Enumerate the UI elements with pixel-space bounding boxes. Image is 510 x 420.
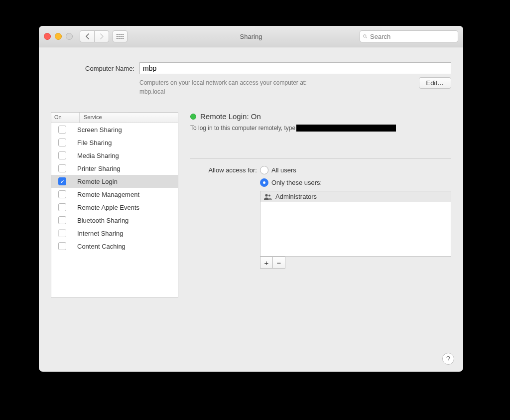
user-label: Administrators [275,193,317,200]
radio-all-label: All users [271,166,296,174]
service-row[interactable]: Content Caching [51,240,178,253]
add-user-button[interactable]: + [260,257,273,269]
svg-point-15 [268,194,270,196]
service-checkbox[interactable] [58,203,66,211]
svg-rect-1 [119,34,120,35]
service-checkbox[interactable] [58,139,66,146]
svg-line-13 [366,37,367,38]
service-row[interactable]: ✓Remote Login [51,175,178,188]
svg-rect-6 [121,36,122,37]
chevron-right-icon [100,33,104,39]
service-checkbox[interactable] [58,190,66,198]
allowed-users-list[interactable]: Administrators [260,191,451,257]
service-checkbox[interactable] [58,242,66,250]
radio-these-label: Only these users: [271,179,322,186]
help-button[interactable]: ? [442,353,454,365]
service-checkbox[interactable]: ✓ [58,177,66,185]
access-label: Allow access for: [190,166,257,269]
service-row[interactable]: Screen Sharing [51,123,178,136]
search-field[interactable] [360,30,458,42]
service-checkbox[interactable] [58,229,66,237]
search-input[interactable] [369,32,455,41]
titlebar: Sharing [39,26,463,47]
service-row[interactable]: Bluetooth Sharing [51,214,178,227]
radio-only-these-users[interactable]: Only these users: [260,178,451,187]
services-table: On Service Screen SharingFile SharingMed… [51,112,178,297]
svg-rect-8 [117,38,118,39]
service-label: Bluetooth Sharing [73,217,178,224]
chevron-left-icon [85,33,90,39]
status-title: Remote Login: On [200,112,261,121]
service-row[interactable]: Internet Sharing [51,227,178,240]
show-all-button[interactable] [113,30,128,42]
sharing-preferences-window: Sharing Computer Name: Computers on your… [39,26,463,372]
svg-rect-11 [123,38,124,39]
service-checkbox[interactable] [58,126,66,134]
group-icon [263,193,272,200]
service-row[interactable]: File Sharing [51,136,178,149]
computer-name-input[interactable] [139,62,451,74]
svg-rect-5 [119,36,120,37]
service-checkbox[interactable] [58,151,66,159]
service-row[interactable]: Printer Sharing [51,162,178,175]
service-label: Remote Login [73,178,178,185]
svg-rect-0 [117,34,118,35]
search-icon [363,33,367,39]
back-button[interactable] [80,30,95,42]
nav-back-forward [80,30,109,42]
redacted-ssh-command [296,125,396,132]
svg-rect-4 [117,36,118,37]
service-label: Remote Apple Events [73,204,178,211]
computer-name-hint: Computers on your local network can acce… [139,78,414,96]
zoom-window-icon [66,33,73,40]
user-list-buttons: + − [260,257,451,269]
service-label: Printer Sharing [73,165,178,172]
service-row[interactable]: Remote Management [51,188,178,201]
svg-point-14 [265,194,267,196]
svg-rect-2 [121,34,122,35]
service-label: Content Caching [73,243,178,250]
window-controls [44,33,73,40]
svg-rect-10 [121,38,122,39]
col-service: Service [80,113,178,123]
service-row[interactable]: Remote Apple Events [51,201,178,214]
remove-user-button[interactable]: − [272,257,285,269]
pane-body: Computer Name: Computers on your local n… [39,47,463,372]
service-status: Remote Login: On [190,112,451,121]
radio-all-users[interactable]: All users [260,166,451,174]
user-row[interactable]: Administrators [260,191,451,202]
computer-name-label: Computer Name: [51,62,134,72]
svg-rect-7 [123,36,124,37]
service-label: File Sharing [73,139,178,146]
service-label: Screen Sharing [73,126,178,134]
remote-login-hint: To log in to this computer remotely, typ… [190,125,451,132]
col-on: On [51,113,80,123]
radio-icon [260,166,268,174]
forward-button [94,30,109,42]
svg-rect-3 [123,34,124,35]
divider [190,158,451,159]
service-label: Media Sharing [73,152,178,159]
service-label: Internet Sharing [73,230,178,237]
grid-icon [113,30,128,42]
services-list[interactable]: Screen SharingFile SharingMedia SharingP… [51,123,178,253]
radio-icon [260,178,268,187]
status-dot-icon [190,114,196,120]
service-label: Remote Management [73,191,178,198]
close-window-icon[interactable] [44,33,51,40]
services-header: On Service [51,113,178,123]
service-checkbox[interactable] [58,216,66,224]
edit-hostname-button[interactable]: Edit… [419,77,451,89]
access-section: Allow access for: All users Only these u… [190,166,451,269]
service-checkbox[interactable] [58,164,66,172]
service-detail: Remote Login: On To log in to this compu… [190,112,451,297]
service-row[interactable]: Media Sharing [51,149,178,162]
computer-name-row: Computer Name: Computers on your local n… [51,62,451,96]
svg-rect-9 [119,38,120,39]
minimize-window-icon[interactable] [55,33,62,40]
